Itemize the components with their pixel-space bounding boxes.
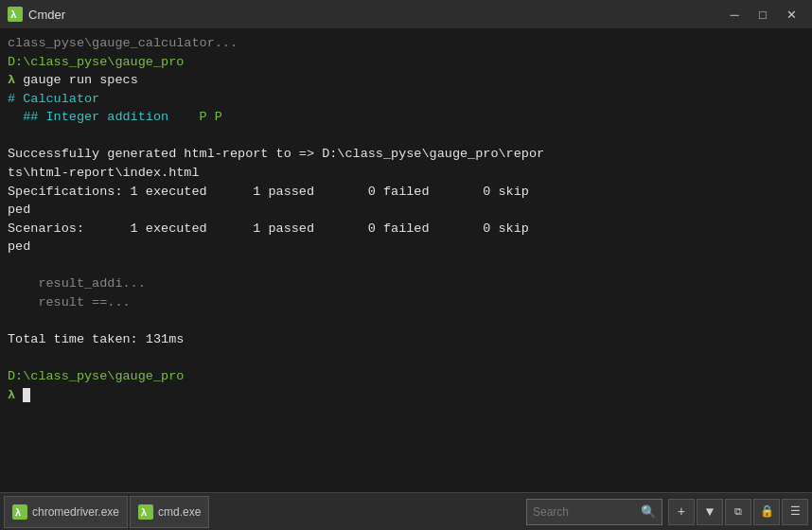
svg-text:λ: λ — [15, 506, 21, 518]
maximize-button[interactable]: □ — [750, 5, 776, 24]
title-bar: λ Cmder ─ □ ✕ — [0, 0, 812, 28]
svg-text:λ: λ — [141, 506, 147, 518]
dropdown-button[interactable]: ▼ — [697, 499, 723, 525]
search-icon: 🔍 — [641, 504, 656, 520]
chevron-down-icon: ▼ — [706, 504, 714, 520]
window-title: Cmder — [28, 8, 65, 22]
minimize-button[interactable]: ─ — [721, 5, 748, 24]
chromedriver-label: chromedriver.exe — [32, 505, 119, 519]
app-icon: λ — [8, 7, 23, 22]
terminal-output: class_pyse\gauge_calculator... D:\class_… — [8, 34, 804, 404]
split-button[interactable]: ⧉ — [725, 499, 751, 525]
split-icon: ⧉ — [734, 506, 742, 518]
plus-icon: + — [678, 504, 685, 520]
search-box[interactable]: 🔍 — [526, 499, 662, 525]
chromedriver-icon: λ — [12, 504, 27, 520]
taskbar-right-icons: + ▼ ⧉ 🔒 ☰ — [668, 499, 808, 525]
search-input[interactable] — [533, 505, 637, 519]
taskbar-item-cmd[interactable]: λ cmd.exe — [130, 496, 209, 528]
window-controls: ─ □ ✕ — [721, 5, 804, 24]
terminal-window[interactable]: class_pyse\gauge_calculator... D:\class_… — [0, 28, 812, 492]
lock-button[interactable]: 🔒 — [753, 499, 780, 525]
svg-text:λ: λ — [10, 9, 17, 21]
cmd-icon: λ — [138, 504, 153, 520]
menu-button[interactable]: ☰ — [782, 499, 808, 525]
taskbar-item-chromedriver[interactable]: λ chromedriver.exe — [4, 496, 128, 528]
lock-icon: 🔒 — [760, 504, 774, 519]
cmd-label: cmd.exe — [158, 505, 201, 519]
close-button[interactable]: ✕ — [778, 5, 804, 24]
hamburger-icon: ☰ — [790, 504, 801, 519]
add-tab-button[interactable]: + — [668, 499, 695, 525]
taskbar: λ chromedriver.exe λ cmd.exe 🔍 + ▼ ⧉ 🔒 — [0, 492, 812, 530]
